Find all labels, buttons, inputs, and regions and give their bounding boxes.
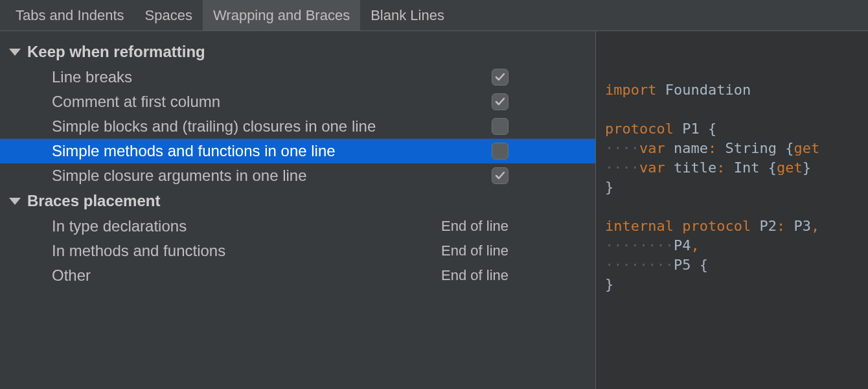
setting-row[interactable]: In type declarationsEnd of line bbox=[0, 214, 595, 239]
checkbox[interactable] bbox=[492, 93, 508, 110]
settings-panel: Keep when reformatting Line breaksCommen… bbox=[0, 31, 596, 389]
chevron-down-icon bbox=[9, 49, 21, 56]
tab-blank-lines[interactable]: Blank Lines bbox=[360, 0, 455, 30]
group-title: Braces placement bbox=[27, 192, 160, 210]
setting-label: Line breaks bbox=[52, 68, 486, 86]
tab-wrapping-braces[interactable]: Wrapping and Braces bbox=[203, 0, 360, 30]
tab-bar: Tabs and Indents Spaces Wrapping and Bra… bbox=[0, 0, 868, 31]
group-keep-header[interactable]: Keep when reformatting bbox=[0, 39, 595, 65]
setting-label: Comment at first column bbox=[52, 93, 486, 111]
setting-label: In methods and functions bbox=[52, 242, 441, 260]
tab-spaces[interactable]: Spaces bbox=[135, 0, 203, 30]
setting-row[interactable]: OtherEnd of line bbox=[0, 263, 595, 288]
setting-label: Simple methods and functions in one line bbox=[52, 142, 486, 160]
setting-value[interactable]: End of line bbox=[441, 267, 508, 284]
setting-row[interactable]: Comment at first column bbox=[0, 89, 595, 114]
setting-label: Other bbox=[52, 266, 441, 285]
group-title: Keep when reformatting bbox=[27, 43, 205, 61]
checkbox[interactable] bbox=[492, 69, 508, 86]
setting-label: In type declarations bbox=[52, 217, 441, 235]
setting-label: Simple blocks and (trailing) closures in… bbox=[52, 117, 486, 136]
chevron-down-icon bbox=[9, 198, 21, 205]
checkbox[interactable] bbox=[492, 143, 508, 159]
code-preview: import Foundation protocol P1 {····var n… bbox=[596, 31, 868, 389]
setting-row[interactable]: Simple blocks and (trailing) closures in… bbox=[0, 114, 595, 139]
setting-row[interactable]: Line breaks bbox=[0, 65, 595, 89]
setting-value[interactable]: End of line bbox=[441, 218, 508, 235]
tab-tabs-indents[interactable]: Tabs and Indents bbox=[5, 0, 135, 30]
setting-row[interactable]: In methods and functionsEnd of line bbox=[0, 239, 595, 263]
main-area: Keep when reformatting Line breaksCommen… bbox=[0, 31, 868, 389]
checkbox[interactable] bbox=[492, 118, 508, 135]
group-braces-header[interactable]: Braces placement bbox=[0, 188, 595, 214]
checkbox[interactable] bbox=[492, 167, 508, 184]
setting-row[interactable]: Simple methods and functions in one line bbox=[0, 139, 595, 163]
setting-value[interactable]: End of line bbox=[441, 242, 508, 259]
setting-label: Simple closure arguments in one line bbox=[52, 167, 486, 185]
setting-row[interactable]: Simple closure arguments in one line bbox=[0, 163, 595, 188]
